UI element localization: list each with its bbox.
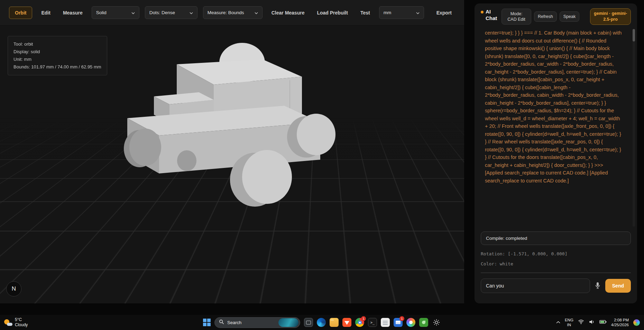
weather-widget[interactable]: 5°C Cloudy [4, 317, 28, 328]
measure-mode-select[interactable]: Measure: Bounds [203, 6, 263, 19]
volume-icon[interactable] [589, 319, 595, 326]
app-logo-letter: N [12, 285, 16, 292]
notification-badge: 1 [361, 316, 366, 321]
toolbar: Orbit Edit Measure Solid Dots: Dense Mea… [0, 0, 464, 26]
tab-edit[interactable]: Edit [38, 7, 54, 19]
scrollbar-thumb[interactable] [633, 29, 635, 41]
dots-density-value: Dots: Dense [149, 10, 175, 15]
rotation-readout: Rotation: [-1.571, 0.000, 0.000] [481, 251, 631, 256]
tray-app-icon[interactable] [633, 319, 640, 326]
bounds-status: Bounds: 101.97 mm / 74.00 mm / 62.95 mm [13, 63, 101, 71]
mic-button[interactable] [593, 281, 602, 291]
viewport-info-overlay: Tool: orbit Display: solid Unit: mm Boun… [8, 36, 107, 75]
chat-input[interactable] [481, 279, 590, 293]
model-badge[interactable]: gemini · gemini-2.5-pro [590, 8, 631, 25]
unit-select[interactable]: mm [379, 6, 424, 19]
task-view-icon[interactable] [304, 318, 313, 327]
windows-taskbar: 5°C Cloudy Search 1 1 [0, 315, 644, 330]
ai-chat-panel: AI Chat Mode: CAD Edit Refresh Speak gem… [475, 3, 637, 303]
mail-icon[interactable]: 1 [394, 318, 403, 327]
chat-transcript-wrap: center=true); } } } === // 1. Car Body (… [481, 29, 631, 227]
measure-mode-value: Measure: Bounds [208, 10, 244, 15]
wifi-icon[interactable] [578, 319, 584, 326]
color-readout: Color: white [481, 261, 631, 266]
mic-icon [595, 285, 600, 290]
clock[interactable]: 2:08 PM 4/25/2026 [611, 318, 629, 327]
tab-orbit[interactable]: Orbit [9, 7, 32, 19]
refresh-button[interactable]: Refresh [534, 11, 557, 22]
input-divider [481, 273, 631, 273]
speak-button[interactable]: Speak [560, 11, 579, 22]
tray-date: 4/25/2026 [611, 322, 629, 327]
battery-icon[interactable] [599, 320, 607, 325]
unit-value: mm [384, 10, 392, 15]
chevron-down-icon [255, 10, 258, 15]
mode-button[interactable]: Mode: CAD Edit [502, 9, 531, 25]
settings-gear-icon[interactable] [432, 318, 441, 327]
browser-icon[interactable]: 1 [355, 318, 364, 327]
search-highlight-image[interactable] [278, 318, 298, 327]
export-button[interactable]: Export [433, 7, 455, 19]
display-status: Display: solid [13, 48, 101, 56]
chat-title-group: AI Chat [481, 8, 499, 25]
3d-viewport[interactable]: Tool: orbit Display: solid Unit: mm Boun… [0, 26, 464, 303]
system-tray: ENG IN 2:08 PM 4/25 [556, 318, 640, 327]
notepad-icon[interactable] [381, 318, 390, 327]
tool-status: Tool: orbit [13, 40, 101, 48]
chevron-down-icon [190, 10, 193, 15]
language-line2: IN [565, 322, 573, 327]
weather-icon [4, 319, 12, 326]
status-dot-icon [481, 11, 484, 13]
unit-status: Unit: mm [13, 56, 101, 63]
tab-measure[interactable]: Measure [59, 7, 86, 19]
send-button[interactable]: Send [605, 279, 631, 293]
language-indicator[interactable]: ENG IN [565, 318, 573, 327]
weather-desc: Cloudy [15, 322, 28, 328]
start-button[interactable] [203, 319, 211, 326]
search-label: Search [227, 320, 241, 325]
dots-density-select[interactable]: Dots: Dense [145, 6, 197, 19]
photos-icon[interactable] [406, 318, 415, 327]
tray-chevron-icon[interactable] [556, 320, 560, 325]
cad-app-window: Orbit Edit Measure Solid Dots: Dense Mea… [0, 0, 464, 303]
chat-header: AI Chat Mode: CAD Edit Refresh Speak gem… [481, 8, 631, 25]
file-explorer-icon[interactable] [330, 318, 339, 327]
test-button[interactable]: Test [357, 7, 374, 19]
weather-temp: 5°C [15, 317, 28, 322]
search-box[interactable]: Search [214, 317, 300, 328]
chat-input-row: Send [481, 279, 631, 293]
grid-horizon-fade [0, 117, 464, 159]
compile-status: Compile: completed [481, 232, 631, 245]
language-line1: ENG [565, 318, 573, 322]
display-mode-value: Solid [96, 10, 107, 15]
taskbar-center: Search 1 1 [203, 317, 441, 328]
brave-icon[interactable] [342, 318, 351, 327]
app-logo: N [6, 281, 21, 296]
load-prebuilt-button[interactable]: Load Prebuilt [313, 7, 351, 19]
search-icon [219, 319, 224, 326]
display-mode-select[interactable]: Solid [92, 6, 139, 19]
chat-title: AI Chat [486, 8, 499, 25]
terminal-icon[interactable] [368, 318, 377, 327]
tray-time: 2:08 PM [611, 318, 629, 322]
transcript-scrollbar[interactable] [633, 29, 635, 227]
chevron-down-icon [416, 10, 420, 15]
chat-transcript: center=true); } } } === // 1. Car Body (… [481, 29, 631, 227]
green-app-icon[interactable] [419, 318, 428, 327]
edge-icon[interactable] [317, 318, 326, 327]
clear-measure-button[interactable]: Clear Measure [268, 7, 308, 19]
chevron-down-icon [131, 10, 135, 15]
notification-badge: 1 [399, 316, 404, 321]
